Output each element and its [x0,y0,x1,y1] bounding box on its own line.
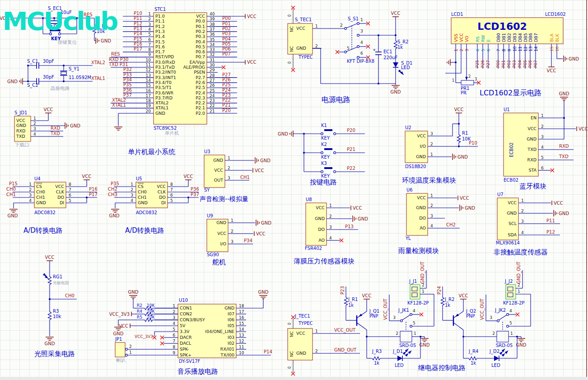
text-label: 2 [129,344,132,349]
text-label: 4 [509,309,512,313]
pin-name: I06 [228,317,234,322]
pin-number: 32 [210,52,215,57]
pin-name: P0.6 [196,49,205,54]
pin-name: P1.4 [155,34,165,39]
pin-number: 23 [210,99,215,103]
pin-number: 1 [29,182,32,187]
pin-number: 1 [131,182,133,187]
text-label: VCC [459,33,464,42]
text-label: S_C2 [27,83,38,88]
switch-contact-icon [321,152,323,154]
text-label: P23 [340,286,345,295]
text-label: 7 [496,49,501,52]
text-label: 1 [414,331,416,336]
text-label: DB7 [533,33,538,42]
text-label: 3 [475,77,477,81]
text-label: 2 [340,23,343,28]
pin-name: I07 [228,311,234,316]
text-label: LED [395,363,404,368]
text-label: 30pF [43,59,54,64]
pin-name: P1.6 [155,44,165,49]
text-label: J_R4 [468,349,478,354]
pin-number: 2 [148,17,151,21]
ground-port-label: GND [358,216,368,221]
text-label: PR [461,90,467,95]
text-label: P36 [191,187,199,192]
adc1-circuit: 1CS2CH03CH14GND8VCC7CLK6DO5DIU4ADC0832P1… [6,174,98,235]
pin-name: P2.7 [196,75,205,80]
text-label: 16 [555,46,560,52]
mcuclub-logo: MCUclub [3,6,117,36]
sound-module: 1GND2VCC3OUTU3SYGNDVCCCH1声音检测--模拟量 [200,149,271,202]
text-label: P13 [134,26,142,31]
text-label: 5 [347,46,350,51]
text-label: P00 [222,16,231,21]
pin-number: 16 [239,315,244,320]
text-label: 1 [422,289,425,294]
power-port-label: VCC [454,107,464,112]
srd-05-relay[interactable] [400,331,412,342]
text-label: 10K [147,315,155,319]
text-label: SG90 [207,252,219,257]
text-label: P07 [533,60,538,68]
pin-number: 18 [146,99,151,103]
schematic-canvas[interactable]: VCC+S_EC110uFS_S2KEY按键复位RESS_R110kGNDGND… [0,0,588,380]
text-label: DY-SV17F [179,359,201,364]
text-label: KF128-2P [407,300,429,305]
pin-number: 19 [146,103,151,108]
pin-number: 8 [170,182,173,187]
text-label: 4 [476,49,480,52]
pin-name: CH0 [36,189,45,194]
arrow-icon [502,349,505,352]
text-label: RXD P30 [109,57,128,62]
text-label: K1 [321,123,327,128]
srd-05-relay[interactable] [497,331,509,342]
switch-contact-icon [497,320,499,322]
pin-number: 6 [148,38,151,42]
pin-number: 1 [173,304,175,308]
pin-name: DACL [180,341,191,346]
switch-contact-icon [126,348,128,351]
pin-number: 11 [146,63,151,67]
text-label: GND [296,46,306,51]
text-label: BLK [555,33,560,42]
pin-number: 2 [541,124,544,129]
arrow-icon [405,353,409,357]
download-port: 1234VCCGNDRXDTXDS_JD1VCCGNDRXDTXD下载口 [14,107,80,147]
pin-name: P1.5 [155,39,165,44]
pin-name: CS [36,184,42,189]
pin-number: 38 [210,22,215,27]
text-label: U9 [207,213,213,218]
pin-number: 30 [210,63,215,67]
jp1-speaker-connector[interactable] [115,342,125,357]
module-title: 电源电路 [322,95,350,104]
pin-name: I03 [228,335,234,340]
power-circuit: 12NCVCCNCGNDS_TEC1TYPEC00S_S1213456KFT D… [288,6,412,104]
pin-number: 22 [210,103,215,108]
pin-name: VCC [214,168,223,173]
pin-number: 9 [173,351,175,355]
text-label: RXD [51,126,61,131]
text-label: P01 [501,60,506,68]
text-label: 10K [147,309,155,314]
text-label: P01 [222,21,231,26]
text-label: PNP [466,314,475,319]
module-title: 光照采集电路 [34,350,75,358]
pin-number: 3 [29,193,32,197]
pin-name: XTAL2 [155,100,168,105]
text-label: P02 [222,26,231,31]
pin-name: XTAL1 [155,105,168,110]
ground-port-label: GND [457,155,468,160]
text-label: GND [391,89,401,94]
ground-port-label: GND [261,220,271,225]
text-label: CH0 [6,187,16,192]
ground-port-label: GND [101,38,111,43]
text-label: RES [111,52,120,56]
junction-dot [27,80,29,82]
text-label: 30pF [43,75,54,80]
pin-name: ALE/PROG [183,65,205,70]
pin-number: 5 [148,32,151,37]
text-label: TXD [16,134,25,139]
text-label: P25 [222,82,231,87]
ground-port-label: GND [7,79,18,84]
